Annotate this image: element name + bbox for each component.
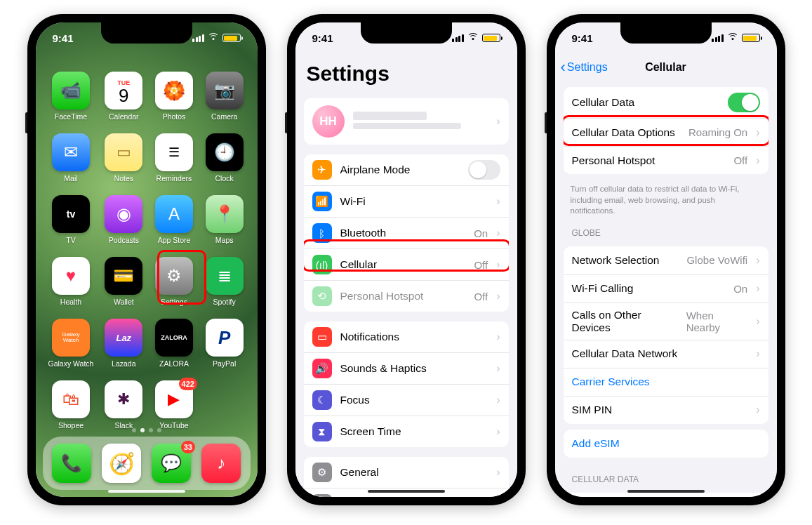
row-label: Calls on Other Devices [572,309,678,334]
row-value: Globe VoWifi [686,254,747,266]
app-spotify[interactable]: ≣Spotify [204,257,245,316]
app-lazada[interactable]: LazLazada [103,319,144,378]
back-label: Settings [567,61,608,74]
app-label: Clock [215,174,234,182]
focus-row[interactable]: ☾ Focus › [304,384,509,416]
app-zalora[interactable]: ZALORAZALORA [154,319,194,378]
photos-icon: 🏵️ [155,72,193,109]
chevron-left-icon: ‹ [561,60,566,75]
app-label: Health [60,298,81,306]
app-calendar[interactable]: TUE9Calendar [103,72,144,131]
personal-hotspot-row[interactable]: ⟲ Personal Hotspot Off › [304,280,509,312]
app-tv[interactable]: tvTV [48,195,94,254]
row-label: Network Selection [572,254,679,267]
sounds-row[interactable]: 🔊 Sounds & Haptics › [304,352,509,384]
app-label: Maps [215,236,234,244]
paypal-icon: P [206,319,244,357]
chevron-right-icon: › [756,154,759,167]
screentime-row[interactable]: ⧗ Screen Time › [304,416,509,447]
airplane-icon: ✈︎ [312,160,332,180]
status-time: 9:41 [572,32,593,44]
carrier-services-row[interactable]: Carrier Services [564,368,768,396]
row-label: Cellular Data Network [572,347,748,360]
cellular-scroll[interactable]: ‹ Settings Cellular Cellular Data Cellul… [555,22,777,497]
personal-hotspot-row[interactable]: Personal Hotspot Off › [564,146,768,174]
app-label: Photos [163,112,186,121]
app-clock[interactable]: 🕘Clock [204,133,245,192]
focus-icon: ☾ [312,390,332,410]
app-paypal[interactable]: PPayPal [204,319,245,378]
cellular-data-options-row[interactable]: Cellular Data Options Roaming On › [564,118,768,146]
cellular-data-switch[interactable] [728,93,760,112]
cellular-data-header: CELLULAR DATA [555,463,777,487]
chevron-right-icon: › [496,195,500,208]
row-label: Focus [340,394,488,406]
app-wallet[interactable]: 💳Wallet [103,257,144,316]
wallet-icon: 💳 [105,257,142,295]
back-button[interactable]: ‹ Settings [561,53,608,81]
home-screen: 9:41 📹FaceTimeTUE9Calendar🏵️Photos📷Camer… [36,22,258,497]
app-notes[interactable]: ▭Notes [103,133,144,192]
add-esim-group: Add eSIM [564,430,768,458]
app-mail[interactable]: ✉︎Mail [48,133,94,192]
dock-app-phone[interactable]: 📞 [47,444,97,483]
home-indicator[interactable] [627,490,705,493]
app-galaxywatch[interactable]: GalaxyWatchGalaxy Watch [48,319,94,378]
cellular-footer: Turn off cellular data to restrict all d… [555,180,777,217]
airplane-switch[interactable] [468,160,500,180]
dock-app-messages[interactable]: 💬33 [147,444,197,483]
notifications-row[interactable]: ▭ Notifications › [304,321,509,352]
app-label: Camera [211,112,237,121]
chevron-right-icon: › [756,282,759,295]
settings-scroll[interactable]: Settings HH › ✈︎ Airplane Mode [295,22,517,497]
cellular-data-row[interactable]: Cellular Data [564,87,768,118]
wifi-calling-row[interactable]: Wi-Fi Calling On › [564,274,768,303]
calendar-icon: TUE9 [105,72,142,109]
sim-pin-row[interactable]: SIM PIN › [564,396,768,424]
app-reminders[interactable]: ☰Reminders [154,133,194,192]
control-center-icon: ⊞ [312,494,332,497]
dock-app-safari[interactable]: 🧭 [97,444,147,483]
home-indicator[interactable] [368,490,445,493]
app-photos[interactable]: 🏵️Photos [154,72,194,131]
wifi-row[interactable]: 📶 Wi-Fi › [304,185,509,217]
network-selection-row[interactable]: Network Selection Globe VoWifi › [564,246,768,274]
row-value: Roaming On [688,126,747,138]
app-label: Calendar [109,112,139,121]
cellular-screen: 9:41 ‹ Settings Cellular Cellular Data [555,22,777,497]
bluetooth-row[interactable]: ᛒ Bluetooth On › [304,217,509,248]
page-indicator[interactable] [36,428,258,432]
apple-id-row[interactable]: HH › [304,98,509,145]
add-esim-row[interactable]: Add eSIM [564,430,768,458]
app-settings[interactable]: ⚙︎Settings [154,257,194,316]
iphone-frame-cellular: 9:41 ‹ Settings Cellular Cellular Data [547,14,785,505]
music-icon: ♪ [201,444,241,483]
dock-app-music[interactable]: ♪ [197,444,246,483]
row-value: On [474,227,488,239]
general-row[interactable]: ⚙︎ General › [304,457,509,488]
app-health[interactable]: ♥Health [48,257,94,316]
home-indicator[interactable] [108,490,185,493]
app-appstore[interactable]: AApp Store [154,195,194,254]
row-label: Carrier Services [572,376,760,388]
app-maps[interactable]: 📍Maps [204,195,245,254]
reminders-icon: ☰ [155,133,193,171]
cellular-row[interactable]: (ıl) Cellular Off › [304,248,509,280]
app-podcasts[interactable]: ◉Podcasts [103,195,144,254]
app-label: Notes [114,174,133,182]
camera-icon: 📷 [206,72,244,109]
airplane-mode-row[interactable]: ✈︎ Airplane Mode [304,154,509,185]
chevron-right-icon: › [496,362,500,375]
calls-other-devices-row[interactable]: Calls on Other Devices When Nearby › [564,303,768,340]
row-label: Notifications [340,331,488,343]
notifications-icon: ▭ [312,327,332,347]
cellular-data-network-row[interactable]: Cellular Data Network › [564,340,768,368]
chevron-right-icon: › [756,254,759,267]
app-facetime[interactable]: 📹FaceTime [48,72,94,131]
shopee-icon: 🛍 [52,380,90,418]
badge: 422 [179,378,197,390]
app-camera[interactable]: 📷Camera [204,72,245,131]
row-label: Sounds & Haptics [340,362,488,375]
home-app-grid: 📹FaceTimeTUE9Calendar🏵️Photos📷Camera✉︎Ma… [36,65,258,420]
row-label: Cellular Data Options [572,126,680,139]
